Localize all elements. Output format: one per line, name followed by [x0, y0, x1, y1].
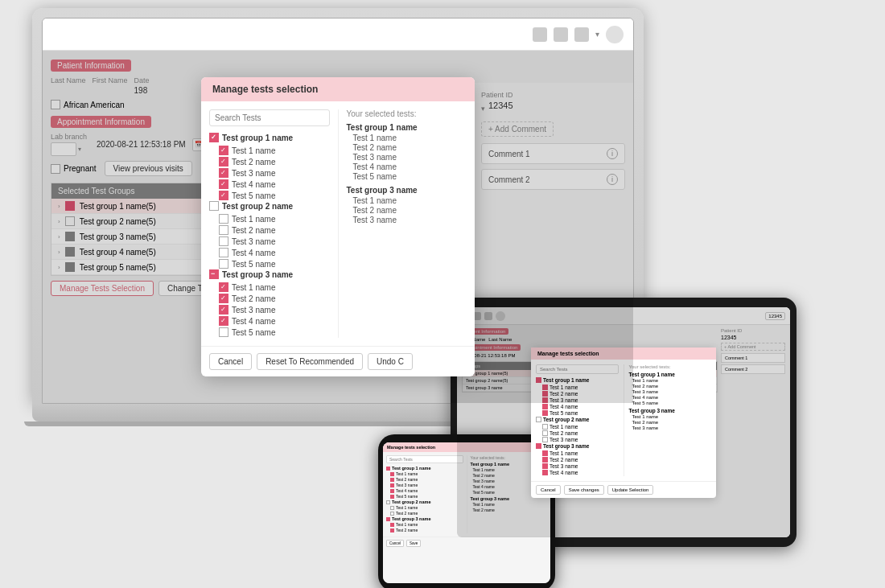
test-item: Test 5 name [209, 190, 330, 201]
phone-test-item: Test 2 name [386, 511, 463, 516]
tablet-test-item: Test 4 name [536, 470, 619, 475]
tablet-changes-btn[interactable]: Save changes [564, 485, 604, 495]
grid-icon [554, 27, 568, 42]
phone-test-item: Test 1 name [386, 505, 463, 510]
tablet-update-btn[interactable]: Update Selection [607, 485, 654, 495]
test-checkbox[interactable] [219, 259, 228, 269]
tablet-test-item: Test 4 name [536, 404, 619, 409]
tablet-modal-footer: Cancel Save changes Update Selection [531, 481, 716, 498]
test-item: Test 2 name [209, 224, 330, 236]
bell-icon [574, 27, 589, 42]
tablet-group-3: Test group 3 name [536, 443, 619, 449]
phone-cancel-btn[interactable]: Cancel [386, 540, 404, 547]
phone-test-item: Test 1 name [386, 471, 463, 476]
group-3-checkbox[interactable] [209, 269, 219, 279]
laptop-device: ▾ Patient Information Last Name [32, 8, 644, 434]
search-input[interactable] [209, 109, 330, 126]
test-item: Test 3 name [209, 167, 330, 179]
phone-modal-footer: Cancel Save [383, 537, 550, 549]
avatar [606, 26, 624, 43]
group-1-header: Test group 1 name [209, 133, 330, 142]
phone-group-2: Test group 2 name [386, 500, 463, 504]
tablet-test-item: Test 5 name [536, 410, 619, 416]
modal-backdrop: Manage tests selection Test group 1 name [43, 51, 633, 403]
test-checkbox[interactable] [219, 248, 228, 257]
phone-group-3: Test group 3 name [386, 516, 463, 521]
test-checkbox[interactable] [219, 282, 228, 292]
group-2-checkbox[interactable] [209, 201, 219, 211]
cancel-button[interactable]: Cancel [209, 353, 252, 370]
test-item: Test 4 name [209, 179, 330, 190]
test-item: Test 4 name [209, 247, 330, 258]
modal-footer: Cancel Reset To Recommended Undo C [201, 346, 475, 376]
test-checkbox[interactable] [219, 157, 228, 167]
phone-search-input[interactable] [386, 455, 463, 463]
tablet-test-item: Test 1 name [536, 450, 619, 456]
tablet-test-item: Test 2 name [536, 430, 619, 436]
test-item: Test 5 name [209, 327, 330, 338]
modal-selected-tests: Your selected tests: Test group 1 name T… [347, 109, 467, 338]
test-checkbox[interactable] [219, 191, 228, 200]
phone-test-item: Test 4 name [386, 488, 463, 493]
test-item: Test 2 name [209, 293, 330, 304]
phone-save-btn[interactable]: Save [406, 540, 421, 547]
manage-tests-modal: Manage tests selection Test group 1 name [201, 77, 475, 376]
chevron-icon: ▾ [595, 30, 599, 39]
group-1-checkbox[interactable] [209, 133, 219, 142]
test-item: Test 5 name [209, 258, 330, 269]
tablet-test-item: Test 3 name [536, 463, 619, 469]
test-checkbox[interactable] [219, 168, 228, 178]
phone-test-item: Test 3 name [386, 483, 463, 487]
app-header: ▾ [43, 19, 633, 51]
test-checkbox[interactable] [219, 294, 228, 303]
test-item: Test 1 name [209, 145, 330, 156]
test-item: Test 3 name [209, 236, 330, 247]
modal-body: Test group 1 name Test 1 name Test 2 nam… [201, 101, 475, 346]
test-checkbox[interactable] [219, 225, 228, 235]
test-checkbox[interactable] [219, 179, 228, 189]
test-checkbox[interactable] [219, 316, 228, 326]
phone-test-item: Test 5 name [386, 494, 463, 499]
phone-test-item: Test 1 name [386, 522, 463, 527]
tablet-modal-right: Your selected tests: Test group 1 name T… [629, 364, 712, 476]
tablet-test-item: Test 3 name [536, 437, 619, 442]
phone-group-1: Test group 1 name [386, 466, 463, 471]
undo-button[interactable]: Undo C [368, 353, 413, 370]
test-checkbox[interactable] [219, 305, 228, 315]
test-checkbox[interactable] [219, 236, 228, 246]
test-checkbox[interactable] [219, 214, 228, 224]
test-checkbox[interactable] [219, 327, 228, 337]
reset-button[interactable]: Reset To Recommended [257, 353, 363, 370]
tablet-cancel-btn[interactable]: Cancel [536, 485, 561, 495]
test-item: Test 4 name [209, 315, 330, 327]
modal-test-list: Test group 1 name Test 1 name Test 2 nam… [209, 109, 339, 338]
test-checkbox[interactable] [219, 146, 228, 155]
group-3-header: Test group 3 name [209, 269, 330, 279]
tablet-test-item: Test 1 name [536, 424, 619, 430]
globe-icon [533, 27, 547, 42]
test-item: Test 3 name [209, 304, 330, 315]
phone-test-item: Test 2 name [386, 477, 463, 482]
tablet-group-2: Test group 2 name [536, 417, 619, 422]
group-2-header: Test group 2 name [209, 201, 330, 211]
test-item: Test 1 name [209, 213, 330, 224]
test-item: Test 2 name [209, 156, 330, 167]
tablet-test-item: Test 2 name [536, 457, 619, 463]
laptop-screen: ▾ Patient Information Last Name [42, 18, 634, 404]
phone-modal-left: Test group 1 name Test 1 name Test 2 nam… [386, 455, 467, 533]
phone-test-item: Test 2 name [386, 528, 463, 532]
scene: ▾ Patient Information Last Name [0, 0, 885, 588]
modal-title: Manage tests selection [201, 77, 475, 101]
test-item: Test 1 name [209, 282, 330, 293]
